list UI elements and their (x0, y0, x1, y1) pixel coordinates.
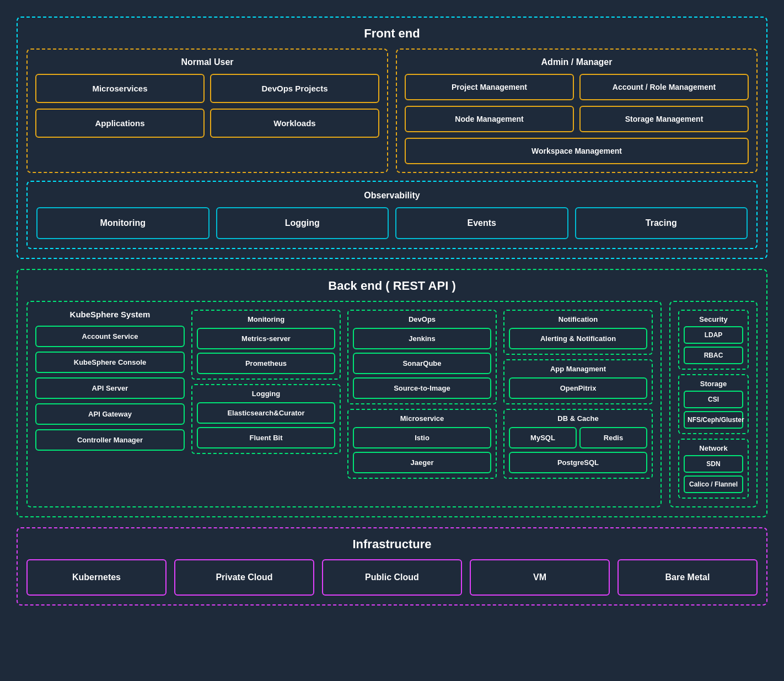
infra-grid: Kubernetes Private Cloud Public Cloud VM… (26, 559, 758, 596)
normal-user-title: Normal User (35, 57, 379, 67)
card-openpitrix: OpenPitrix (509, 377, 647, 399)
card-microservices: Microservices (35, 74, 205, 103)
card-calico: Calico / Flannel (684, 475, 743, 493)
card-account-role: Account / Role Management (579, 74, 749, 100)
normal-user-box: Normal User Microservices DevOps Project… (26, 48, 388, 173)
monitoring-logging-col: Monitoring Metrics-server Prometheus Log… (191, 310, 341, 479)
card-bare-metal: Bare Metal (617, 559, 758, 596)
devops-sub-title: DevOps (353, 315, 491, 323)
card-api-server: API Server (35, 377, 185, 399)
card-devops-projects: DevOps Projects (210, 74, 379, 103)
backend-inner: KubeSphere System Account Service KubeSp… (26, 301, 758, 507)
obs-grid: Monitoring Logging Events Tracing (36, 207, 748, 239)
card-kubernetes: Kubernetes (26, 559, 167, 596)
admin-box: Admin / Manager Project Management Accou… (396, 48, 758, 173)
card-events: Events (395, 207, 568, 239)
card-controller-manager: Controller Manager (35, 429, 185, 451)
card-project-mgmt: Project Management (405, 74, 574, 100)
card-storage-mgmt: Storage Management (579, 106, 749, 132)
microservice-subgroup: Microservice Istio Jaeger (347, 409, 497, 479)
network-subgroup: Network SDN Calico / Flannel (678, 439, 749, 499)
main-wrapper: Front end Normal User Microservices DevO… (11, 11, 773, 611)
card-applications: Applications (35, 109, 205, 138)
logging-subgroup: Logging Elasticsearch&Curator Fluent Bit (191, 384, 341, 454)
card-postgresql: PostgreSQL (509, 452, 647, 473)
card-logging: Logging (216, 207, 389, 239)
db-cache-sub-title: DB & Cache (509, 414, 647, 423)
card-vm: VM (470, 559, 610, 596)
backend-section: Back end ( REST API ) KubeSphere System … (17, 269, 767, 517)
card-workspace-mgmt: Workspace Management (405, 138, 749, 164)
db-cache-subgroup: DB & Cache MySQL Redis PostgreSQL (503, 409, 653, 479)
observability-title: Observability (36, 191, 748, 201)
card-node-mgmt: Node Management (405, 106, 574, 132)
infra-title: Infrastructure (26, 537, 758, 552)
storage-subgroup: Storage CSI NFS/Ceph/Gluster (678, 374, 749, 434)
kubesphere-col: KubeSphere System Account Service KubeSp… (35, 310, 185, 479)
db-row: MySQL Redis (509, 427, 647, 448)
card-monitoring: Monitoring (36, 207, 210, 239)
notification-sub-title: Notification (509, 315, 647, 323)
card-csi: CSI (684, 391, 743, 408)
card-rbac: RBAC (684, 347, 743, 364)
frontend-title: Front end (26, 26, 758, 41)
card-sdn: SDN (684, 455, 743, 473)
card-jaeger: Jaeger (353, 452, 491, 473)
frontend-section: Front end Normal User Microservices DevO… (17, 17, 767, 259)
card-prometheus: Prometheus (197, 353, 335, 374)
kubesphere-title: KubeSphere System (35, 310, 185, 319)
card-nfs: NFS/Ceph/Gluster (684, 411, 743, 429)
devops-micro-col: DevOps Jenkins SonarQube Source-to-Image… (347, 310, 497, 479)
card-redis: Redis (579, 427, 647, 448)
card-sonarqube: SonarQube (353, 353, 491, 374)
devops-subgroup: DevOps Jenkins SonarQube Source-to-Image (347, 310, 497, 404)
card-private-cloud: Private Cloud (174, 559, 314, 596)
backend-title: Back end ( REST API ) (26, 279, 758, 293)
sec-col: Security LDAP RBAC Storage CSI NFS/Ceph/… (678, 310, 749, 499)
logging-sub-title: Logging (197, 390, 335, 398)
normal-user-grid: Microservices DevOps Projects Applicatio… (35, 74, 379, 138)
infrastructure-section: Infrastructure Kubernetes Private Cloud … (17, 527, 767, 606)
observability-box: Observability Monitoring Logging Events … (26, 181, 758, 249)
card-istio: Istio (353, 427, 491, 448)
monitoring-sub-title: Monitoring (197, 315, 335, 323)
notification-subgroup: Notification Alerting & Notification (503, 310, 653, 355)
card-fluent-bit: Fluent Bit (197, 427, 335, 448)
card-kubesphere-console: KubeSphere Console (35, 352, 185, 373)
card-elasticsearch: Elasticsearch&Curator (197, 402, 335, 424)
app-mgmt-sub-title: App Managment (509, 365, 647, 373)
monitoring-subgroup: Monitoring Metrics-server Prometheus (191, 310, 341, 380)
backend-security: Security LDAP RBAC Storage CSI NFS/Ceph/… (669, 301, 758, 507)
admin-title: Admin / Manager (405, 57, 749, 67)
admin-grid: Project Management Account / Role Manage… (405, 74, 749, 164)
card-public-cloud: Public Cloud (322, 559, 462, 596)
backend-main: KubeSphere System Account Service KubeSp… (26, 301, 662, 507)
card-workloads: Workloads (210, 109, 379, 138)
card-api-gateway: API Gateway (35, 403, 185, 425)
card-account-service: Account Service (35, 326, 185, 347)
microservice-sub-title: Microservice (353, 414, 491, 423)
frontend-inner: Normal User Microservices DevOps Project… (26, 48, 758, 173)
card-mysql: MySQL (509, 427, 577, 448)
backend-columns: KubeSphere System Account Service KubeSp… (35, 310, 653, 479)
card-tracing: Tracing (575, 207, 748, 239)
app-mgmt-subgroup: App Managment OpenPitrix (503, 359, 653, 404)
card-ldap: LDAP (684, 326, 743, 344)
security-subgroup: Security LDAP RBAC (678, 310, 749, 370)
card-source-to-image: Source-to-Image (353, 377, 491, 399)
card-jenkins: Jenkins (353, 328, 491, 349)
security-title: Security (684, 315, 743, 323)
card-alerting-notification: Alerting & Notification (509, 328, 647, 349)
notif-app-db-col: Notification Alerting & Notification App… (503, 310, 653, 479)
card-metrics-server: Metrics-server (197, 328, 335, 349)
storage-title: Storage (684, 380, 743, 388)
network-title: Network (684, 444, 743, 452)
